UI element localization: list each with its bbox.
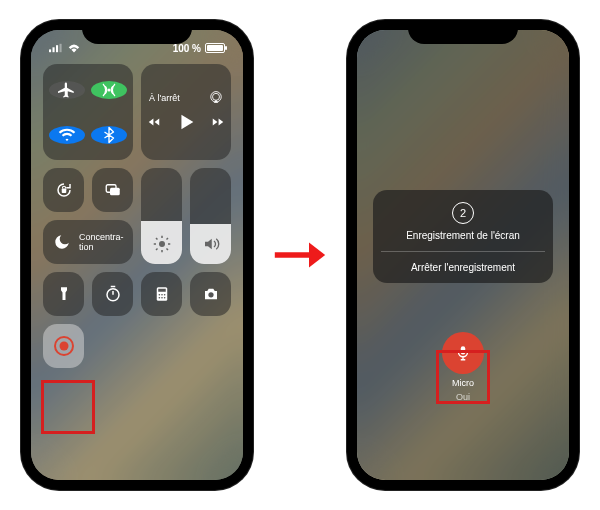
iphone-right: 2 Enregistrement de l'écran Arrêter l'en… <box>347 20 579 490</box>
svg-point-27 <box>158 297 160 299</box>
svg-line-17 <box>156 249 158 251</box>
media-module[interactable]: À l'arrêt <box>141 64 231 160</box>
airplane-icon <box>58 81 76 99</box>
flashlight-button[interactable] <box>43 272 84 316</box>
notch <box>82 20 192 44</box>
calculator-button[interactable] <box>141 272 182 316</box>
focus-button[interactable]: Concentra- tion <box>43 220 133 264</box>
svg-line-18 <box>166 238 168 240</box>
svg-rect-7 <box>61 189 66 194</box>
svg-point-26 <box>163 294 165 296</box>
camera-icon <box>202 285 220 303</box>
recording-panel: 2 Enregistrement de l'écran Arrêter l'en… <box>373 190 553 283</box>
countdown-value: 2 <box>460 207 466 219</box>
prev-icon[interactable] <box>147 115 161 129</box>
screen-record-button[interactable] <box>43 324 84 368</box>
bluetooth-toggle[interactable] <box>91 126 127 144</box>
iphone-left: 100 % <box>21 20 253 490</box>
screen-left: 100 % <box>31 30 243 480</box>
stop-recording-button[interactable]: Arrêter l'enregistrement <box>381 251 545 283</box>
svg-point-25 <box>161 294 163 296</box>
svg-line-16 <box>166 249 168 251</box>
notch <box>408 20 518 44</box>
mic-label: Micro <box>452 378 474 388</box>
calculator-icon <box>153 285 171 303</box>
svg-line-15 <box>156 238 158 240</box>
svg-rect-2 <box>56 45 58 52</box>
media-controls <box>147 111 225 133</box>
arrow-icon <box>273 237 327 273</box>
microphone-button[interactable] <box>442 332 484 374</box>
wifi-icon <box>58 126 76 144</box>
record-icon <box>52 334 76 358</box>
rotation-lock-button[interactable] <box>43 168 84 212</box>
control-center-grid: À l'arrêt <box>43 64 231 468</box>
camera-button[interactable] <box>190 272 231 316</box>
flashlight-icon <box>55 285 73 303</box>
microphone-icon <box>454 344 472 362</box>
svg-rect-3 <box>60 44 62 52</box>
brightness-slider[interactable] <box>141 168 182 264</box>
svg-rect-9 <box>110 188 120 196</box>
svg-rect-0 <box>49 49 51 52</box>
screen-right: 2 Enregistrement de l'écran Arrêter l'en… <box>357 30 569 480</box>
svg-rect-23 <box>158 289 166 292</box>
wifi-toggle[interactable] <box>49 126 85 144</box>
svg-point-5 <box>213 93 220 100</box>
svg-point-29 <box>163 297 165 299</box>
svg-point-32 <box>59 342 68 351</box>
svg-point-24 <box>158 294 160 296</box>
timer-button[interactable] <box>92 272 133 316</box>
svg-point-28 <box>161 297 163 299</box>
bluetooth-icon <box>100 126 118 144</box>
mic-state: Oui <box>456 392 470 402</box>
svg-rect-1 <box>53 47 55 52</box>
antenna-icon <box>100 81 118 99</box>
mirroring-icon <box>104 181 122 199</box>
stop-recording-label: Arrêter l'enregistrement <box>411 262 515 273</box>
media-title: À l'arrêt <box>149 93 180 103</box>
battery-icon <box>205 43 225 53</box>
arrow-right <box>273 237 327 273</box>
svg-rect-34 <box>461 346 466 354</box>
screen-mirroring-button[interactable] <box>92 168 133 212</box>
cellular-toggle[interactable] <box>91 81 127 99</box>
play-icon[interactable] <box>175 111 197 133</box>
recording-title: Enregistrement de l'écran <box>381 230 545 241</box>
next-icon[interactable] <box>211 115 225 129</box>
brightness-icon <box>141 235 182 256</box>
svg-point-4 <box>108 88 111 91</box>
airplane-toggle[interactable] <box>49 81 85 99</box>
wifi-icon <box>67 41 81 55</box>
svg-point-10 <box>159 241 165 247</box>
airplay-icon[interactable] <box>209 91 223 105</box>
microphone-control: Micro Oui <box>442 332 484 402</box>
statusbar-left <box>49 38 81 58</box>
battery-percent: 100 % <box>173 43 201 54</box>
volume-icon <box>190 235 231 256</box>
focus-label: Concentra- tion <box>79 232 124 252</box>
cellular-icon <box>49 41 63 55</box>
connectivity-module[interactable] <box>43 64 133 160</box>
moon-icon <box>53 233 71 251</box>
countdown-circle: 2 <box>452 202 474 224</box>
rotation-lock-icon <box>55 181 73 199</box>
volume-slider[interactable] <box>190 168 231 264</box>
svg-point-30 <box>208 292 213 297</box>
timer-icon <box>104 285 122 303</box>
